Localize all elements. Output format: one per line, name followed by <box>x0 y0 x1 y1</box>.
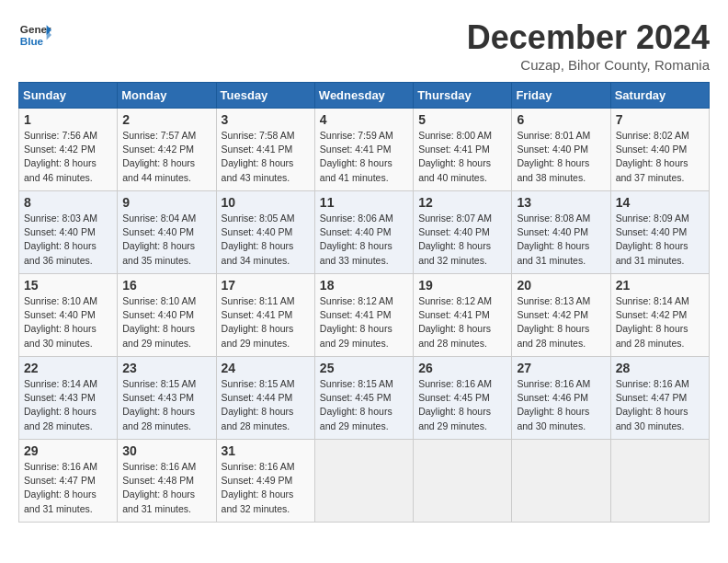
daylight-label: Daylight: 8 hours and 30 minutes. <box>517 406 589 431</box>
table-row: 31 Sunrise: 8:16 AM Sunset: 4:49 PM Dayl… <box>216 440 314 523</box>
day-info: Sunrise: 8:16 AM Sunset: 4:46 PM Dayligh… <box>517 377 605 433</box>
sunrise-label: Sunrise: 8:02 AM <box>616 130 689 141</box>
sunset-label: Sunset: 4:40 PM <box>616 144 688 155</box>
logo-icon: General Blue <box>18 18 51 52</box>
day-info: Sunrise: 8:01 AM Sunset: 4:40 PM Dayligh… <box>517 129 605 185</box>
sunset-label: Sunset: 4:40 PM <box>222 226 293 237</box>
calendar-week-row: 29 Sunrise: 8:16 AM Sunset: 4:47 PM Dayl… <box>19 440 710 523</box>
sunrise-label: Sunrise: 8:12 AM <box>418 295 492 306</box>
table-row: 22 Sunrise: 8:14 AM Sunset: 4:43 PM Dayl… <box>19 357 118 440</box>
table-row: 2 Sunrise: 7:57 AM Sunset: 4:42 PM Dayli… <box>118 109 216 191</box>
calendar-week-row: 1 Sunrise: 7:56 AM Sunset: 4:42 PM Dayli… <box>19 109 710 191</box>
calendar-title: December 2024 <box>467 18 710 57</box>
sunrise-label: Sunrise: 7:59 AM <box>320 130 393 141</box>
calendar-header-row: Sunday Monday Tuesday Wednesday Thursday… <box>19 83 710 109</box>
sunset-label: Sunset: 4:49 PM <box>222 475 293 486</box>
sunrise-label: Sunrise: 8:11 AM <box>222 295 295 306</box>
sunrise-label: Sunrise: 8:14 AM <box>24 378 97 389</box>
daylight-label: Daylight: 8 hours and 29 minutes. <box>418 406 491 431</box>
day-number: 8 <box>24 195 112 210</box>
table-row: 7 Sunrise: 8:02 AM Sunset: 4:40 PM Dayli… <box>610 109 709 191</box>
calendar-subtitle: Cuzap, Bihor County, Romania <box>467 57 710 73</box>
col-saturday: Saturday <box>610 83 709 109</box>
day-number: 2 <box>122 112 210 127</box>
sunset-label: Sunset: 4:47 PM <box>24 475 96 486</box>
day-number: 26 <box>418 361 506 375</box>
sunset-label: Sunset: 4:43 PM <box>24 392 96 403</box>
day-info: Sunrise: 8:10 AM Sunset: 4:40 PM Dayligh… <box>122 294 210 350</box>
calendar-week-row: 22 Sunrise: 8:14 AM Sunset: 4:43 PM Dayl… <box>19 357 710 440</box>
table-row: 24 Sunrise: 8:15 AM Sunset: 4:44 PM Dayl… <box>216 357 314 440</box>
daylight-label: Daylight: 8 hours and 31 minutes. <box>122 488 195 513</box>
table-row: 16 Sunrise: 8:10 AM Sunset: 4:40 PM Dayl… <box>118 274 216 357</box>
day-number: 7 <box>616 112 704 127</box>
day-number: 29 <box>24 443 112 458</box>
table-row: 29 Sunrise: 8:16 AM Sunset: 4:47 PM Dayl… <box>19 440 118 523</box>
sunrise-label: Sunrise: 8:07 AM <box>418 213 492 224</box>
day-info: Sunrise: 8:12 AM Sunset: 4:41 PM Dayligh… <box>418 294 506 350</box>
table-row <box>512 440 610 523</box>
day-number: 9 <box>122 195 210 210</box>
day-number: 21 <box>616 278 704 293</box>
day-info: Sunrise: 8:10 AM Sunset: 4:40 PM Dayligh… <box>24 294 112 350</box>
day-info: Sunrise: 8:03 AM Sunset: 4:40 PM Dayligh… <box>24 212 112 268</box>
sunrise-label: Sunrise: 8:00 AM <box>418 130 492 141</box>
day-number: 28 <box>616 361 704 375</box>
day-info: Sunrise: 8:15 AM Sunset: 4:43 PM Dayligh… <box>122 377 210 433</box>
table-row: 28 Sunrise: 8:16 AM Sunset: 4:47 PM Dayl… <box>610 357 709 440</box>
day-number: 23 <box>122 361 210 375</box>
sunrise-label: Sunrise: 8:08 AM <box>517 213 590 224</box>
daylight-label: Daylight: 8 hours and 38 minutes. <box>517 157 589 182</box>
day-number: 3 <box>222 112 310 127</box>
table-row: 15 Sunrise: 8:10 AM Sunset: 4:40 PM Dayl… <box>19 274 118 357</box>
daylight-label: Daylight: 8 hours and 29 minutes. <box>320 406 392 431</box>
sunset-label: Sunset: 4:42 PM <box>24 144 96 155</box>
daylight-label: Daylight: 8 hours and 28 minutes. <box>517 323 589 348</box>
sunset-label: Sunset: 4:41 PM <box>222 309 293 320</box>
daylight-label: Daylight: 8 hours and 40 minutes. <box>418 157 491 182</box>
col-tuesday: Tuesday <box>216 83 314 109</box>
daylight-label: Daylight: 8 hours and 34 minutes. <box>222 240 294 265</box>
daylight-label: Daylight: 8 hours and 29 minutes. <box>122 323 195 348</box>
day-number: 5 <box>418 112 506 127</box>
col-thursday: Thursday <box>414 83 512 109</box>
sunset-label: Sunset: 4:41 PM <box>320 144 392 155</box>
table-row: 23 Sunrise: 8:15 AM Sunset: 4:43 PM Dayl… <box>118 357 216 440</box>
sunset-label: Sunset: 4:46 PM <box>517 392 588 403</box>
daylight-label: Daylight: 8 hours and 31 minutes. <box>24 488 97 513</box>
page-header: General Blue December 2024 Cuzap, Bihor … <box>18 18 710 73</box>
day-number: 10 <box>222 195 310 210</box>
sunrise-label: Sunrise: 8:10 AM <box>122 295 196 306</box>
day-info: Sunrise: 8:12 AM Sunset: 4:41 PM Dayligh… <box>320 294 408 350</box>
day-info: Sunrise: 8:16 AM Sunset: 4:47 PM Dayligh… <box>24 460 112 516</box>
daylight-label: Daylight: 8 hours and 32 minutes. <box>418 240 491 265</box>
day-number: 1 <box>24 112 112 127</box>
sunrise-label: Sunrise: 8:03 AM <box>24 213 97 224</box>
col-wednesday: Wednesday <box>314 83 413 109</box>
sunset-label: Sunset: 4:42 PM <box>122 144 194 155</box>
table-row: 9 Sunrise: 8:04 AM Sunset: 4:40 PM Dayli… <box>118 191 216 274</box>
daylight-label: Daylight: 8 hours and 30 minutes. <box>24 323 97 348</box>
sunset-label: Sunset: 4:43 PM <box>122 392 194 403</box>
col-monday: Monday <box>118 83 216 109</box>
sunrise-label: Sunrise: 8:04 AM <box>122 213 196 224</box>
sunrise-label: Sunrise: 8:10 AM <box>24 295 97 306</box>
day-info: Sunrise: 7:57 AM Sunset: 4:42 PM Dayligh… <box>122 129 210 185</box>
sunrise-label: Sunrise: 8:16 AM <box>517 378 590 389</box>
sunset-label: Sunset: 4:40 PM <box>24 226 96 237</box>
daylight-label: Daylight: 8 hours and 44 minutes. <box>122 157 195 182</box>
sunset-label: Sunset: 4:40 PM <box>24 309 96 320</box>
table-row: 10 Sunrise: 8:05 AM Sunset: 4:40 PM Dayl… <box>216 191 314 274</box>
day-number: 4 <box>320 112 408 127</box>
sunrise-label: Sunrise: 8:15 AM <box>222 378 295 389</box>
sunset-label: Sunset: 4:47 PM <box>616 392 688 403</box>
logo: General Blue <box>18 18 51 52</box>
table-row: 3 Sunrise: 7:58 AM Sunset: 4:41 PM Dayli… <box>216 109 314 191</box>
day-number: 12 <box>418 195 506 210</box>
daylight-label: Daylight: 8 hours and 28 minutes. <box>418 323 491 348</box>
day-number: 19 <box>418 278 506 293</box>
day-info: Sunrise: 8:15 AM Sunset: 4:44 PM Dayligh… <box>222 377 310 433</box>
sunrise-label: Sunrise: 8:01 AM <box>517 130 590 141</box>
daylight-label: Daylight: 8 hours and 31 minutes. <box>616 240 688 265</box>
daylight-label: Daylight: 8 hours and 28 minutes. <box>122 406 195 431</box>
